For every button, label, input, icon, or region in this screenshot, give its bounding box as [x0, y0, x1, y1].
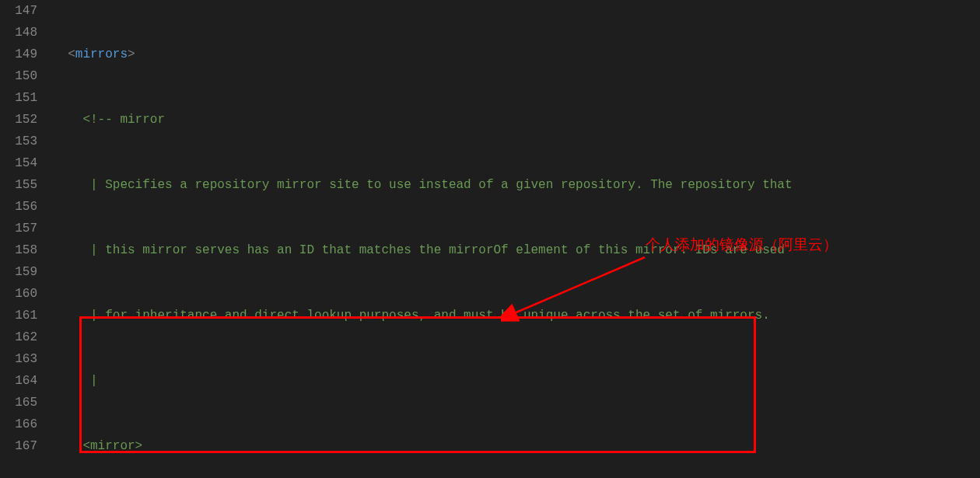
comment-text: | for inheritance and direct lookup purp… [82, 309, 769, 323]
line-number: 162 [0, 326, 37, 348]
line-number: 160 [0, 283, 37, 305]
line-number: 163 [0, 348, 37, 370]
line-number: 154 [0, 152, 37, 174]
line-number: 147 [0, 0, 37, 22]
comment-text: | Specifies a repository mirror site to … [82, 178, 792, 192]
code-content[interactable]: <mirrors> <!-- mirror | Specifies a repo… [53, 0, 980, 478]
line-number: 153 [0, 131, 37, 152]
annotation-text: 个人添加的镜像源（阿里云） [646, 235, 838, 255]
line-number: 167 [0, 435, 37, 457]
line-number: 159 [0, 261, 37, 283]
line-number: 158 [0, 239, 37, 261]
line-number: 151 [0, 87, 37, 109]
line-number: 157 [0, 218, 37, 239]
tag-mirrors-open: mirrors [75, 47, 128, 61]
line-number: 148 [0, 22, 37, 44]
comment-open: <!-- mirror [82, 113, 165, 127]
line-number: 152 [0, 109, 37, 131]
line-number: 161 [0, 305, 37, 326]
line-number: 166 [0, 413, 37, 435]
line-number: 149 [0, 44, 37, 65]
line-number: 165 [0, 392, 37, 413]
comment-text: | [82, 374, 97, 388]
line-number: 150 [0, 65, 37, 87]
line-number: 156 [0, 196, 37, 218]
line-gutter: 1471481491501511521531541551561571581591… [0, 0, 53, 478]
line-number: 164 [0, 370, 37, 392]
line-number: 155 [0, 174, 37, 196]
